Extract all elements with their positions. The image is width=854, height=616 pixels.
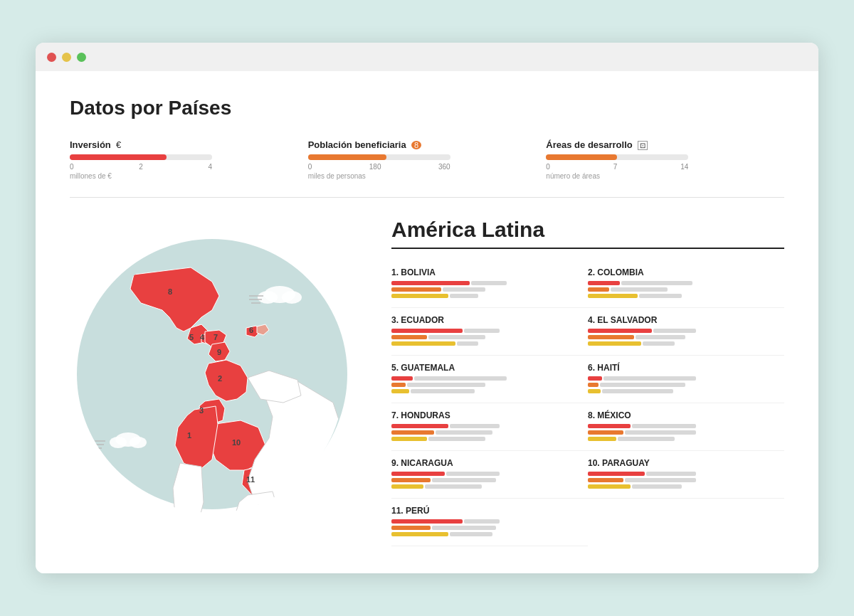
colombia-shape bbox=[205, 360, 248, 401]
mini-bar bbox=[432, 526, 496, 530]
chile-shape bbox=[173, 463, 204, 534]
country-name: 7. HONDURAS bbox=[391, 410, 579, 420]
areas-bar-fill bbox=[546, 154, 617, 160]
mini-bar bbox=[391, 281, 470, 285]
num-mexico: 8 bbox=[168, 287, 172, 296]
num-guatemala: 5 bbox=[189, 333, 194, 341]
svg-point-8 bbox=[110, 437, 127, 448]
country-block-paraguay: 10. PARAGUAY bbox=[588, 451, 784, 499]
country-block-el-salvador: 4. EL SALVADOR bbox=[588, 308, 784, 356]
mini-bar bbox=[428, 437, 485, 441]
num-peru: 1 bbox=[187, 431, 191, 440]
num-nicaragua: 9 bbox=[217, 348, 221, 356]
num-bolivia: 10 bbox=[232, 438, 241, 447]
mini-bar bbox=[450, 532, 492, 536]
mini-bar-row bbox=[391, 532, 579, 536]
mini-bar-row bbox=[391, 526, 579, 530]
inversion-axis: 024 bbox=[70, 163, 212, 171]
mini-bar-row bbox=[588, 287, 776, 292]
mini-bar-row bbox=[391, 329, 579, 333]
country-block-nicaragua: 9. NICARAGUA bbox=[391, 451, 588, 499]
num-colombia: 2 bbox=[218, 374, 222, 383]
mini-bar bbox=[457, 341, 478, 346]
mini-bar bbox=[450, 294, 478, 298]
mini-bar bbox=[391, 294, 448, 298]
mini-bar bbox=[603, 376, 696, 381]
mini-bar bbox=[632, 424, 696, 428]
mini-bar bbox=[464, 519, 500, 524]
mini-bar-row bbox=[391, 287, 579, 292]
mini-bar bbox=[588, 424, 631, 428]
mini-bar bbox=[625, 430, 696, 435]
mini-bar bbox=[391, 526, 431, 530]
poblacion-bar-fill bbox=[308, 154, 386, 160]
countries-grid: 1. BOLIVIA2. COLOMBIA3. ECUADOR4. EL SAL… bbox=[391, 260, 784, 546]
browser-window: Datos por Países Inversión € 024 millone… bbox=[36, 43, 818, 573]
mini-bar bbox=[588, 478, 623, 482]
section-title: América Latina bbox=[391, 218, 784, 249]
areas-sub: número de áreas bbox=[546, 172, 784, 180]
close-button[interactable] bbox=[47, 53, 56, 62]
inversion-sub: millones de € bbox=[70, 172, 308, 180]
mini-bar-row bbox=[588, 472, 776, 476]
country-name: 9. NICARAGUA bbox=[391, 458, 579, 468]
num-haiti: 6 bbox=[249, 326, 253, 334]
mexico-shape bbox=[130, 267, 219, 331]
country-name: 3. ECUADOR bbox=[391, 315, 579, 325]
mini-bar bbox=[391, 341, 455, 346]
mini-bar bbox=[411, 389, 475, 393]
mini-bar bbox=[618, 437, 675, 441]
metric-poblacion: Población beneficiaria 8 0180360 miles d… bbox=[308, 139, 547, 180]
mini-bar-row bbox=[391, 519, 579, 524]
country-name: 1. BOLIVIA bbox=[391, 267, 579, 277]
mini-bar-row bbox=[391, 341, 579, 346]
mini-bar-row bbox=[588, 335, 776, 339]
mini-bar bbox=[588, 329, 652, 333]
country-block-haití: 6. HAITÍ bbox=[588, 356, 784, 403]
minimize-button[interactable] bbox=[62, 53, 71, 62]
latin-america-map: 8 5 4 7 9 6 2 3 1 10 11 bbox=[70, 218, 369, 545]
mini-bar-row bbox=[588, 389, 776, 393]
mini-bar bbox=[646, 472, 696, 476]
main-body: 8 5 4 7 9 6 2 3 1 10 11 bbox=[70, 218, 784, 548]
peru-shape bbox=[175, 406, 218, 470]
mini-bar-row bbox=[588, 424, 776, 428]
page-title: Datos por Países bbox=[70, 97, 784, 120]
metric-poblacion-label: Población beneficiaria 8 bbox=[308, 139, 547, 150]
mini-bar-row bbox=[391, 389, 579, 393]
mini-bar bbox=[588, 294, 638, 298]
country-name: 2. COLOMBIA bbox=[588, 267, 776, 277]
mini-bar bbox=[391, 472, 445, 476]
num-ecuador: 3 bbox=[199, 406, 204, 415]
mini-bar bbox=[391, 484, 423, 489]
mini-bar-row bbox=[588, 437, 776, 441]
mini-bar bbox=[602, 389, 673, 393]
mini-bar bbox=[391, 389, 409, 393]
main-content: Datos por Países Inversión € 024 millone… bbox=[36, 71, 818, 573]
mini-bar-row bbox=[588, 383, 776, 387]
mini-bar-row bbox=[391, 294, 579, 298]
mini-bar bbox=[471, 281, 507, 285]
maximize-button[interactable] bbox=[77, 53, 86, 62]
mini-bar-row bbox=[588, 484, 776, 489]
country-block-colombia: 2. COLOMBIA bbox=[588, 260, 784, 308]
mini-bar bbox=[391, 335, 427, 339]
mini-bar bbox=[391, 430, 434, 435]
mini-bar bbox=[391, 437, 427, 441]
country-block-bolivia: 1. BOLIVIA bbox=[391, 260, 588, 308]
country-block-guatemala: 5. GUATEMALA bbox=[391, 356, 588, 403]
dr-shape bbox=[257, 324, 269, 335]
mini-bar-row bbox=[391, 484, 579, 489]
mini-bar bbox=[391, 329, 463, 333]
country-name: 11. PERÚ bbox=[391, 506, 579, 516]
svg-point-2 bbox=[258, 291, 278, 304]
mini-bar bbox=[588, 430, 623, 435]
mini-bar-row bbox=[391, 472, 579, 476]
country-block-honduras: 7. HONDURAS bbox=[391, 403, 588, 451]
mini-bar-row bbox=[391, 430, 579, 435]
inversion-bar-track bbox=[70, 154, 212, 160]
metric-areas-label: Áreas de desarrollo ⊡ bbox=[546, 139, 784, 150]
mini-bar-row bbox=[588, 376, 776, 381]
mini-bar-row bbox=[391, 281, 579, 285]
mini-bar-row bbox=[588, 294, 776, 298]
